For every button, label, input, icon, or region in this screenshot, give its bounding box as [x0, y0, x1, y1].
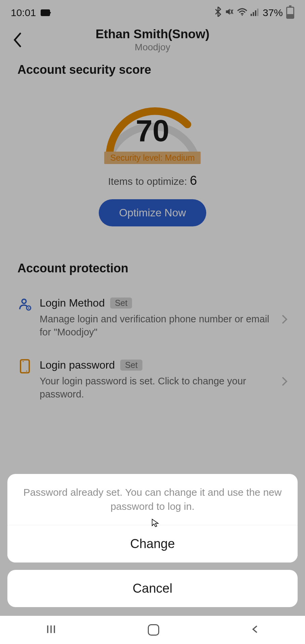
- home-button[interactable]: [148, 624, 159, 636]
- android-nav-bar: [0, 616, 305, 644]
- change-button[interactable]: Change: [7, 525, 298, 562]
- cancel-button[interactable]: Cancel: [7, 570, 298, 607]
- action-sheet: Password already set. You can change it …: [7, 474, 298, 607]
- nav-back-button[interactable]: [250, 625, 260, 635]
- recents-button[interactable]: [45, 624, 57, 636]
- dialog-message: Password already set. You can change it …: [7, 474, 298, 525]
